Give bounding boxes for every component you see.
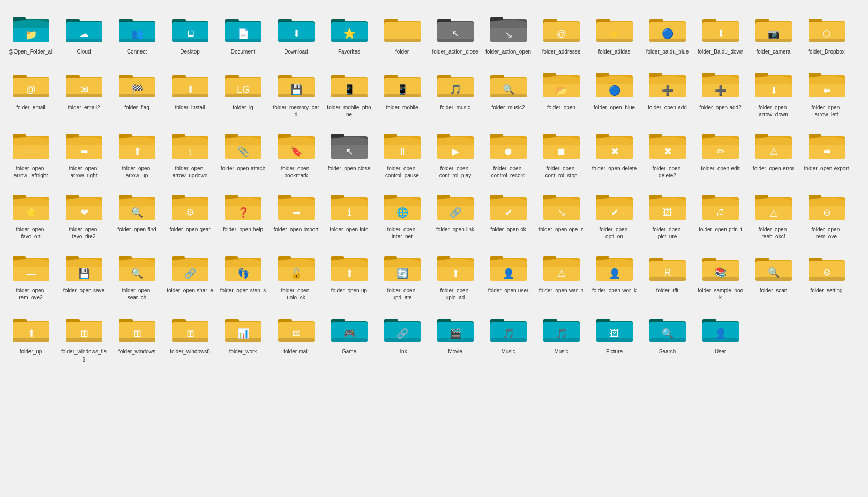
icon-item-folder-open-unlock[interactable]: 🔓 folder_open-unlo_ck [271, 244, 321, 303]
icon-item-folder-addresse[interactable]: @ folder_addresse [536, 5, 587, 59]
icon-item-folder-open-remove2[interactable]: — folder_open-rem_ove2 [5, 244, 56, 303]
icon-item-folder-setting[interactable]: ⚙ folder_setting [801, 244, 852, 303]
icon-label-folder-action-open: folder_action_open [485, 48, 531, 55]
icon-item-download[interactable]: ⬇ Download [271, 5, 321, 59]
icon-item-folder-email2[interactable]: ✉ folder_email2 [58, 61, 109, 120]
icon-item-game[interactable]: 🎮 Game [324, 305, 375, 364]
icon-item-folder-work[interactable]: 📊 folder_work [218, 305, 268, 364]
icon-item-folder-open-steps[interactable]: 👣 folder_open-step_s [218, 244, 268, 303]
icon-item-folder-open-add2[interactable]: ➕ folder_open-add2 [695, 61, 746, 120]
icon-item-folder-scan[interactable]: 🔍 folder_scan [748, 244, 799, 303]
icon-item-folder-open-delete[interactable]: ✖ folder_open-delete [589, 122, 640, 181]
icon-item-folder-windows[interactable]: ⊞ folder_windows [111, 305, 162, 364]
icon-wrapper-music2: 🎵 [540, 308, 583, 347]
icon-item-open-folder-all[interactable]: 📁 @Open_Folder_all [5, 5, 56, 59]
icon-item-folder-dropbox[interactable]: ⬡ folder_Dropbox [801, 5, 852, 59]
icon-item-folder-adidas[interactable]: ⚡ folder_adidas [589, 5, 640, 59]
icon-item-folder-open-bookmark[interactable]: 🔖 folder_open-bookmark [271, 122, 321, 181]
icon-item-folder-music[interactable]: 🎵 folder_music [430, 61, 481, 120]
icon-item-folder-open-up[interactable]: ⬆ folder_open-up [324, 244, 375, 303]
icon-item-cloud[interactable]: ☁ Cloud [58, 5, 109, 59]
icon-item-folder-open-error[interactable]: ⚠ folder_open-error [748, 122, 799, 181]
icon-item-folder-open-favorite2[interactable]: ❤ folder_open-favo_rite2 [58, 183, 109, 242]
icon-item-folder-open-arrow-up[interactable]: ⬆ folder_open-arrow_up [111, 122, 162, 181]
icon-item-folder-open[interactable]: 📂 folder_open [536, 61, 587, 120]
icon-item-folder-open-remove[interactable]: ⊖ folder_open-rem_ove [801, 183, 852, 242]
icon-item-folder-open-delete2[interactable]: ✖ folder_open-delete2 [642, 122, 693, 181]
icon-item-folder-open-user[interactable]: 👤 folder_open-user [483, 244, 534, 303]
icon-item-folder-open-arrow-updown[interactable]: ↕ folder_open-arrow_updown [164, 122, 215, 181]
icon-item-folder-email[interactable]: @ folder_email [5, 61, 56, 120]
icon-item-folder-open-help[interactable]: ❓ folder_open-help [218, 183, 268, 242]
icon-item-folder-open-work[interactable]: 👤 folder_open-wor_k [589, 244, 640, 303]
icon-item-folder-open-picture[interactable]: 🖼 folder_open-pict_ure [642, 183, 693, 242]
icon-item-folder-open-control-record[interactable]: ⏺ folder_open-control_record [483, 122, 534, 181]
icon-item-music-teal[interactable]: 🎵 Music [483, 305, 534, 364]
icon-item-folder-open-arrow-right[interactable]: ➡ folder_open-arrow_right [58, 122, 109, 181]
icon-item-folder-windows8[interactable]: ⊞ folder_windows8 [164, 305, 215, 364]
icon-item-folder-open-control-play[interactable]: ▶ folder_open-cont_rol_play [430, 122, 481, 181]
icon-item-folder-open-export[interactable]: ➡ folder_open-export [801, 122, 852, 181]
icon-item-folder-samplebook[interactable]: 📚 folder_sample_book [695, 244, 746, 303]
icon-item-folder-music2[interactable]: 🔍 folder_music2 [483, 61, 534, 120]
icon-item-folder-open-blue[interactable]: 🔵 folder_open_blue [589, 61, 640, 120]
icon-item-folder-open-warn[interactable]: ⚠ folder_open-war_n [536, 244, 587, 303]
icon-item-folder-open-arrow-down[interactable]: ⬇ folder_open-arrow_down [748, 61, 799, 120]
icon-item-document[interactable]: 📄 Document [218, 5, 268, 59]
icon-item-folder-rfit[interactable]: R folder_rfit [642, 244, 693, 303]
icon-item-folder-open-open[interactable]: ↘ folder_open-ope_n [536, 183, 587, 242]
icon-item-folder-open-print[interactable]: 🖨 folder_open-prin_t [695, 183, 746, 242]
icon-item-folder-open-arrow-left[interactable]: ⬅ folder_open-arrow_left [801, 61, 852, 120]
icon-item-folder-open-find[interactable]: 🔍 folder_open-find [111, 183, 162, 242]
icon-item-folder-open-internet[interactable]: 🌐 folder_open-inter_net [377, 183, 428, 242]
icon-item-folder-open-update[interactable]: 🔄 folder_open-upd_ate [377, 244, 428, 303]
icon-item-user[interactable]: 👤 User [695, 305, 746, 364]
icon-item-favorites[interactable]: ⭐ Favorites [324, 5, 375, 59]
icon-item-connect[interactable]: 👥 Connect [111, 5, 162, 59]
icon-item-folder-open-import[interactable]: ➡ folder_open-import [271, 183, 321, 242]
icon-item-folder-up[interactable]: ⬆ folder_up [5, 305, 56, 364]
icon-item-folder-open-arrow-leftright[interactable]: ↔ folder_open-arrow_leftright [5, 122, 56, 181]
icon-item-folder-open-reebokf[interactable]: △ folder_open-reeb_okcf [748, 183, 799, 242]
icon-item-folder-baidu-blue[interactable]: 🔵 folder_baidu_blue [642, 5, 693, 59]
icon-item-folder-memory-card[interactable]: 💾 folder_memory_card [271, 61, 321, 120]
icon-item-music2[interactable]: 🎵 Music [536, 305, 587, 364]
icon-item-folder-open-control-stop[interactable]: ⏹ folder_open-cont_rol_stop [536, 122, 587, 181]
icon-item-search[interactable]: 🔍 Search [642, 305, 693, 364]
icon-item-desktop[interactable]: 🖥 Desktop [164, 5, 215, 59]
icon-item-folder-windows-flag[interactable]: ⊞ folder_windows_flag [58, 305, 109, 364]
icon-item-folder-baidu-down[interactable]: ⬇ folder_Baidu_down [695, 5, 746, 59]
icon-item-folder-open-share[interactable]: 🔗 folder_open-shar_e [164, 244, 215, 303]
icon-item-folder-open-close[interactable]: ↖ folder_open-close [324, 122, 375, 181]
icon-item-folder-open-option[interactable]: ✔ folder_open-opti_on [589, 183, 640, 242]
icon-item-folder-lg[interactable]: LG folder_lg [218, 61, 268, 120]
icon-item-folder-action-open[interactable]: ↘ folder_action_open [483, 5, 534, 59]
icon-item-folder-mail[interactable]: ✉ folder-mail [271, 305, 321, 364]
icon-item-picture[interactable]: 🖼 Picture [589, 305, 640, 364]
icon-item-folder-open-attach[interactable]: 📎 folder_open-attach [218, 122, 268, 181]
svg-text:👤: 👤 [503, 268, 515, 280]
icon-wrapper-folder-work: 📊 [222, 308, 265, 347]
icon-item-folder-mobile-phone[interactable]: 📱 folder_mobile_phone [324, 61, 375, 120]
icon-label-folder-memory-card: folder_memory_card [273, 104, 319, 118]
icon-item-folder-open-ok[interactable]: ✔ folder_open-ok [483, 183, 534, 242]
icon-item-folder-open-add[interactable]: ➕ folder_open-add [642, 61, 693, 120]
icon-item-folder[interactable]: folder [377, 5, 428, 59]
icon-item-folder-flag[interactable]: 🏁 folder_flag [111, 61, 162, 120]
icon-item-folder-action-close[interactable]: ↖ folder_action_close [430, 5, 481, 59]
icon-item-folder-install[interactable]: ⬇ folder_install [164, 61, 215, 120]
icon-item-link[interactable]: 🔗 Link [377, 305, 428, 364]
icon-label-folder-open-close: folder_open-close [328, 165, 371, 172]
icon-item-folder-open-gear[interactable]: ⚙ folder_open-gear [164, 183, 215, 242]
icon-item-folder-open-search[interactable]: 🔍 folder_open-sear_ch [111, 244, 162, 303]
icon-item-folder-open-favorite[interactable]: ⭐ folder_open-favo_ort [5, 183, 56, 242]
icon-item-folder-camera[interactable]: 📷 folder_camera [748, 5, 799, 59]
icon-item-folder-mobile[interactable]: 📱 folder_mobile [377, 61, 428, 120]
icon-item-folder-open-control-pause[interactable]: ⏸ folder_open-control_pause [377, 122, 428, 181]
icon-item-folder-open-upload[interactable]: ⬆ folder_open-uplo_ad [430, 244, 481, 303]
icon-item-folder-open-info[interactable]: ℹ folder_open-info [324, 183, 375, 242]
icon-item-movie[interactable]: 🎬 Movie [430, 305, 481, 364]
icon-item-folder-open-save[interactable]: 💾 folder_open-save [58, 244, 109, 303]
icon-item-folder-open-link[interactable]: 🔗 folder_open-link [430, 183, 481, 242]
icon-item-folder-open-edit[interactable]: ✏ folder_open-edit [695, 122, 746, 181]
